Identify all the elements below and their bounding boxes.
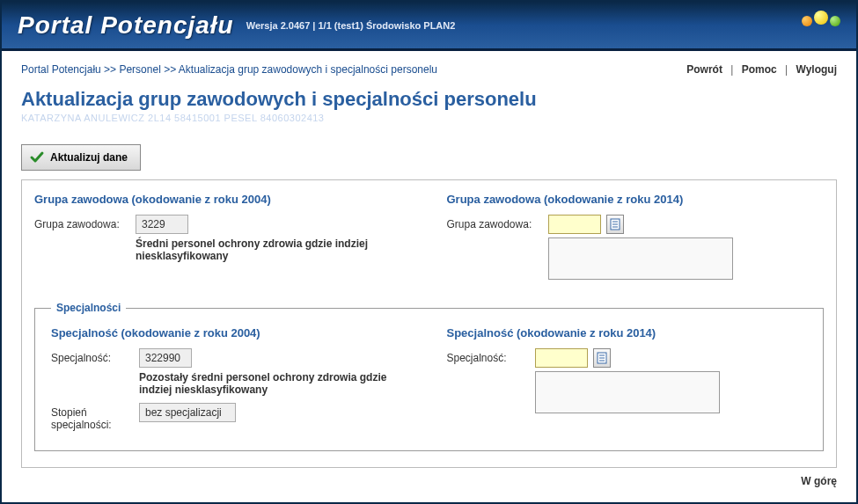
spec-2004-degree: bez specjalizacji — [139, 403, 236, 422]
logout-link[interactable]: Wyloguj — [796, 63, 837, 76]
spec-2004-degree-label: Stopień specjalności: — [51, 403, 139, 431]
dot-icon — [802, 16, 812, 26]
nav-sep: | — [785, 63, 788, 76]
spec-2004-code: 322990 — [139, 348, 192, 368]
help-link[interactable]: Pomoc — [742, 63, 777, 76]
spec-2004-label: Specjalność: — [51, 348, 139, 364]
group-2004-desc: Średni personel ochrony zdrowia gdzie in… — [136, 237, 400, 262]
spec-2014-lookup-button[interactable] — [593, 348, 611, 368]
group-2004-code: 3229 — [136, 215, 188, 234]
spec-2014-heading: Specjalność (okodowanie z roku 2014) — [447, 326, 808, 340]
group-2014-desc-textarea[interactable] — [548, 237, 733, 280]
group-2014-section: Grupa zawodowa (okodowanie z roku 2014) … — [447, 193, 825, 286]
app-subtitle: Wersja 2.0467 | 1/1 (test1) Środowisko P… — [246, 20, 456, 31]
breadcrumb-sep: >> — [104, 63, 119, 76]
app-window: Portal Potencjału Wersja 2.0467 | 1/1 (t… — [0, 0, 858, 504]
spec-2014-code-input[interactable] — [535, 348, 588, 368]
group-row: Grupa zawodowa (okodowanie z roku 2004) … — [34, 193, 824, 286]
dot-icon — [830, 16, 840, 26]
spec-2014-label: Specjalność: — [447, 348, 535, 364]
group-2014-heading: Grupa zawodowa (okodowanie z roku 2014) — [447, 193, 825, 206]
spec-fieldset: Specjalności Specjalność (okodowanie z r… — [34, 302, 824, 451]
spec-2014-section: Specjalność (okodowanie z roku 2014) Spe… — [447, 326, 808, 435]
spec-2004-section: Specjalność (okodowanie z roku 2004) Spe… — [51, 326, 412, 435]
dot-icon — [814, 11, 828, 25]
breadcrumb-personel[interactable]: Personel — [119, 63, 160, 76]
group-2014-lookup-button[interactable] — [606, 215, 624, 234]
scroll-top-link[interactable]: W górę — [801, 475, 837, 487]
app-header: Portal Potencjału Wersja 2.0467 | 1/1 (t… — [2, 2, 856, 51]
back-link[interactable]: Powrót — [686, 63, 722, 76]
group-2004-label: Grupa zawodowa: — [34, 215, 136, 230]
header-decor — [802, 11, 840, 26]
content-area: Portal Potencjału >> Personel >> Aktuali… — [2, 51, 856, 496]
breadcrumb-home[interactable]: Portal Potencjału — [21, 63, 101, 76]
topbar-links: Powrót | Pomoc | Wyloguj — [686, 63, 837, 76]
list-icon — [597, 352, 607, 364]
group-2004-heading: Grupa zawodowa (okodowanie z roku 2004) — [34, 193, 412, 206]
check-icon — [29, 150, 45, 165]
spec-2004-desc: Pozostały średni personel ochrony zdrowi… — [139, 371, 403, 396]
breadcrumb: Portal Potencjału >> Personel >> Aktuali… — [21, 63, 437, 76]
group-2014-code-input[interactable] — [548, 215, 601, 234]
nav-sep: | — [730, 63, 733, 76]
spec-2014-desc-textarea[interactable] — [535, 371, 720, 413]
page-subtitle: KATARZYNA ANULEWICZ 2L14 58415001 PESEL … — [21, 113, 837, 123]
group-2004-section: Grupa zawodowa (okodowanie z roku 2004) … — [34, 193, 412, 286]
spec-row: Specjalność (okodowanie z roku 2004) Spe… — [51, 326, 807, 435]
main-panel: Grupa zawodowa (okodowanie z roku 2004) … — [21, 179, 837, 468]
list-icon — [610, 218, 620, 230]
breadcrumb-sep: >> — [164, 63, 179, 76]
app-title: Portal Potencjału — [18, 11, 234, 40]
update-button-label: Aktualizuj dane — [50, 151, 128, 164]
group-2014-label: Grupa zawodowa: — [447, 215, 548, 230]
breadcrumb-current: Aktualizacja grup zawodowych i specjalno… — [179, 63, 437, 76]
footer: W górę — [21, 475, 837, 487]
spec-legend: Specjalności — [51, 302, 126, 314]
spec-2004-heading: Specjalność (okodowanie z roku 2004) — [51, 326, 412, 340]
topbar: Portal Potencjału >> Personel >> Aktuali… — [21, 63, 837, 76]
page-title: Aktualizacja grup zawodowych i specjalno… — [21, 88, 837, 111]
update-button[interactable]: Aktualizuj dane — [21, 144, 141, 171]
